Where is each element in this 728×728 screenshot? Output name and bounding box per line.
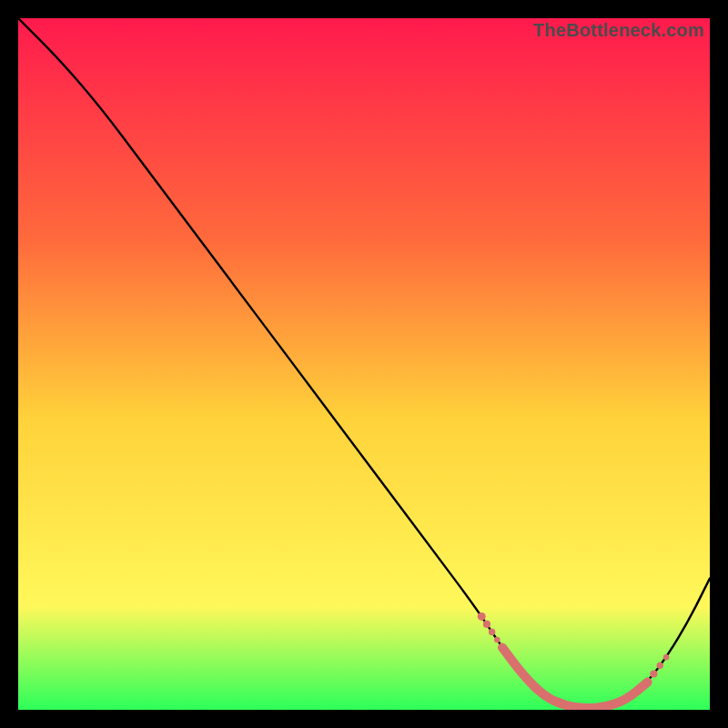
- accent-dot: [650, 670, 657, 677]
- accent-dot: [478, 612, 486, 621]
- watermark-text: TheBottleneck.com: [533, 20, 704, 41]
- chart-frame: TheBottleneck.com: [18, 18, 710, 710]
- accent-dot: [657, 662, 663, 669]
- accent-dot: [483, 621, 490, 628]
- chart-svg: [18, 18, 710, 710]
- accent-dot: [663, 654, 670, 661]
- accent-dot: [489, 629, 495, 635]
- accent-dot: [643, 678, 652, 686]
- accent-dot: [494, 637, 500, 643]
- plot-background: [18, 18, 710, 710]
